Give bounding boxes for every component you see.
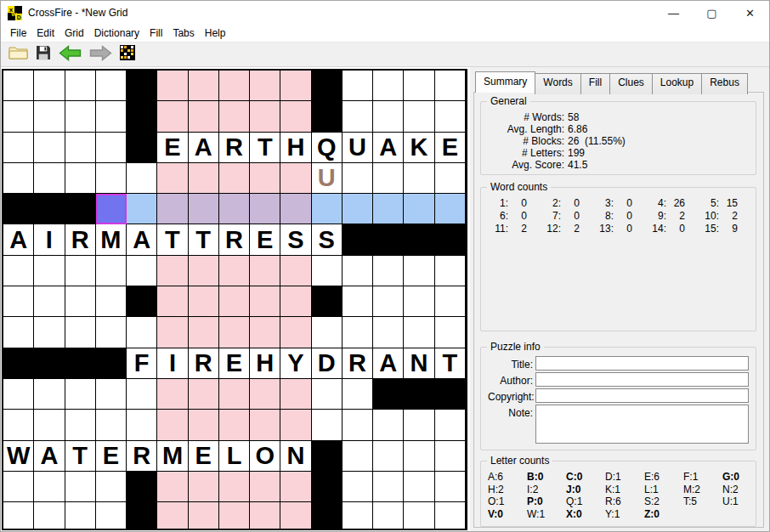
note-input[interactable] [535,405,749,444]
grid-cell[interactable] [373,472,404,502]
grid-cell[interactable]: R [219,224,250,255]
grid-cell[interactable] [373,379,404,410]
grid-cell[interactable] [96,133,127,163]
toolbar-button-undo-arrow[interactable] [56,43,84,65]
grid-cell[interactable] [312,379,343,410]
grid-cell[interactable]: A [127,224,157,255]
grid-cell[interactable] [250,286,280,317]
grid-cell[interactable]: T [65,441,96,472]
grid-cell[interactable] [343,379,373,410]
grid-cell[interactable] [404,502,434,530]
grid-cell[interactable] [404,194,434,224]
grid-cell[interactable] [65,410,96,440]
grid-cell[interactable]: E [96,441,127,472]
grid-cell[interactable] [312,286,343,317]
grid-cell[interactable] [96,256,127,286]
grid-cell[interactable] [65,502,96,530]
grid-cell[interactable] [404,286,434,317]
grid-cell[interactable]: A [373,348,404,379]
grid-cell[interactable] [157,101,188,132]
menu-item-tabs[interactable]: Tabs [167,25,199,41]
grid-cell[interactable]: S [280,224,311,255]
grid-cell[interactable] [435,101,466,132]
grid-cell[interactable]: A [34,441,65,472]
grid-cell[interactable] [250,472,280,502]
grid-cell[interactable] [312,317,343,348]
grid-cell[interactable] [219,502,250,530]
menu-item-dictionary[interactable]: Dictionary [89,25,144,41]
grid-cell[interactable] [435,410,466,440]
grid-cell[interactable]: N [404,348,434,379]
grid-cell[interactable] [34,502,65,530]
grid-cell[interactable] [65,101,96,132]
grid-cell[interactable] [435,224,466,255]
grid-cell[interactable] [343,286,373,317]
grid-cell[interactable] [96,101,127,132]
grid-cell[interactable] [250,317,280,348]
toolbar-button-fill-grid[interactable] [117,43,138,65]
grid-cell[interactable] [65,379,96,410]
grid-cell[interactable] [189,71,219,101]
grid-cell[interactable] [343,410,373,440]
grid-cell[interactable] [343,317,373,348]
grid-cell[interactable]: R [343,348,373,379]
title-input[interactable] [535,356,749,371]
grid-cell[interactable] [65,256,96,286]
grid-cell[interactable] [312,441,343,472]
grid-cell[interactable] [312,502,343,530]
grid-cell[interactable] [3,410,34,440]
grid-cell[interactable] [250,101,280,132]
grid-cell[interactable] [280,410,311,440]
grid-cell[interactable] [3,194,34,224]
grid-cell[interactable] [157,71,188,101]
grid-cell[interactable] [343,502,373,530]
grid-cell[interactable] [404,101,434,132]
menu-item-file[interactable]: File [5,25,31,41]
minimize-button[interactable]: — [654,1,693,25]
grid-cell[interactable] [435,472,466,502]
grid-cell[interactable] [373,441,404,472]
grid-cell[interactable] [404,379,434,410]
grid-cell[interactable] [280,194,311,224]
grid-cell[interactable] [96,286,127,317]
grid-cell[interactable] [404,317,434,348]
grid-cell[interactable] [65,163,96,194]
grid-cell[interactable] [34,379,65,410]
grid-cell[interactable] [373,101,404,132]
grid-cell[interactable] [435,256,466,286]
grid-cell[interactable]: E [250,224,280,255]
grid-cell[interactable] [250,256,280,286]
toolbar-button-redo-arrow[interactable] [87,43,115,65]
grid-cell[interactable] [280,71,311,101]
toolbar-button-save[interactable] [33,43,54,65]
grid-cell[interactable] [34,286,65,317]
grid-cell[interactable]: A [3,224,34,255]
grid-cell[interactable] [280,256,311,286]
grid-cell[interactable] [3,101,34,132]
grid-cell[interactable] [280,317,311,348]
grid-cell[interactable]: T [435,348,466,379]
grid-cell[interactable] [157,256,188,286]
grid-cell[interactable] [65,317,96,348]
grid-cell[interactable]: F [127,348,157,379]
grid-cell[interactable] [3,286,34,317]
grid-cell[interactable] [312,410,343,440]
grid-cell[interactable]: R [127,441,157,472]
grid-cell[interactable] [34,317,65,348]
grid-cell[interactable]: I [157,348,188,379]
grid-cell[interactable]: H [280,133,311,163]
grid-cell[interactable] [312,194,343,224]
grid-pencil-cell[interactable]: U [312,163,343,194]
grid-cell[interactable] [435,502,466,530]
grid-cell[interactable] [250,71,280,101]
tab-rebus[interactable]: Rebus [701,73,748,94]
grid-cell[interactable] [373,317,404,348]
menu-item-help[interactable]: Help [200,25,231,41]
grid-cell[interactable] [157,410,188,440]
grid-cell[interactable]: S [312,224,343,255]
grid-cell[interactable] [34,472,65,502]
grid-cell[interactable] [127,256,157,286]
grid-cell[interactable] [96,472,127,502]
author-input[interactable] [535,372,749,387]
grid-cell[interactable] [157,379,188,410]
